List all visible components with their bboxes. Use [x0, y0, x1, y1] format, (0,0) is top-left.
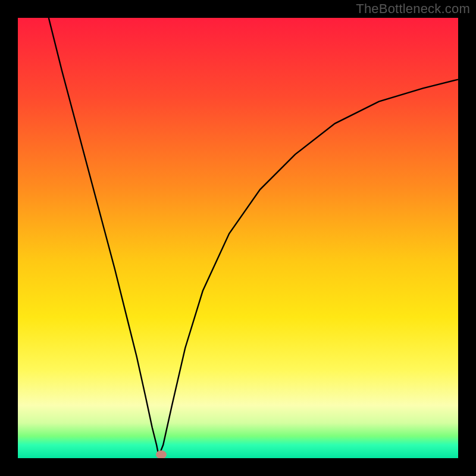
plot-area: [18, 18, 458, 458]
curve-path: [49, 18, 458, 456]
chart-frame: TheBottleneck.com: [0, 0, 476, 476]
watermark-text: TheBottleneck.com: [356, 1, 470, 17]
bottleneck-curve: [18, 18, 458, 458]
optimum-marker: [156, 450, 167, 458]
